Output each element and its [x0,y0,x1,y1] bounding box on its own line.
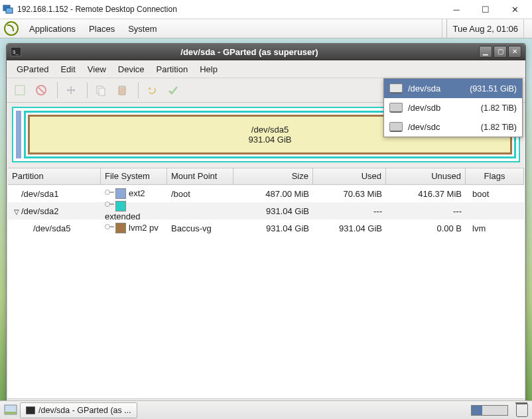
apply-button[interactable] [164,81,182,99]
mate-bottom-panel: /dev/sda - GParted (as ... [0,400,532,419]
partition-slice-sda1[interactable] [16,111,21,158]
gparted-menubar: GParted Edit View Device Partition Help [7,60,525,78]
harddisk-icon [389,103,403,113]
panel-separator [523,19,528,38]
col-size[interactable]: Size [233,168,313,184]
gparted-minimize-button[interactable]: ▁ [479,46,492,58]
partition-table-header: Partition File System Mount Point Size U… [8,168,524,185]
col-mountpoint[interactable]: Mount Point [167,168,233,184]
system-tray [471,404,528,417]
svg-text:$_: $_ [13,49,19,55]
gparted-title: /dev/sda - GParted (as superuser) [21,47,478,57]
table-row[interactable]: /dev/sda1ext2/boot487.00 MiB70.63 MiB416… [8,185,524,202]
gparted-maximize-button[interactable]: ▢ [494,46,507,58]
svg-line-6 [38,88,44,93]
key-icon [105,188,114,196]
taskbar-item-label: /dev/sda - GParted (as ... [38,406,131,415]
svg-rect-13 [26,406,35,414]
paste-button[interactable] [113,81,131,99]
undo-button[interactable] [143,81,161,99]
gparted-window: $_ /dev/sda - GParted (as superuser) ▁ ▢… [6,43,526,414]
remote-desktop: Applications Places System Tue Aug 2, 01… [0,19,532,419]
gparted-close-button[interactable]: ✕ [508,46,521,58]
delete-partition-button[interactable] [32,81,50,99]
system-menu[interactable]: System [121,24,163,34]
show-desktop-button[interactable] [4,404,17,416]
key-icon [105,200,114,208]
rdp-minimize-button[interactable]: ─ [442,0,471,19]
svg-rect-12 [5,412,17,414]
svg-rect-1 [6,8,13,13]
partition-table-empty-area [8,237,524,398]
copy-button[interactable] [92,81,110,99]
svg-rect-8 [99,88,105,95]
svg-rect-4 [15,86,25,95]
col-flags[interactable]: Flags [466,168,524,184]
key-icon [105,223,114,231]
mate-top-panel: Applications Places System Tue Aug 2, 01… [0,19,532,38]
mate-logo-icon [4,21,19,36]
terminal-icon: $_ [11,47,21,56]
harddisk-icon [389,122,403,132]
svg-rect-10 [120,86,124,88]
menu-help[interactable]: Help [194,62,224,76]
col-partition[interactable]: Partition [8,168,101,184]
col-filesystem[interactable]: File System [101,168,167,184]
resize-move-button[interactable] [62,81,80,99]
gparted-titlebar[interactable]: $_ /dev/sda - GParted (as superuser) ▁ ▢… [7,44,525,60]
applications-menu[interactable]: Applications [23,24,82,34]
panel-separator [442,19,446,38]
taskbar-item-gparted[interactable]: /dev/sda - GParted (as ... [20,402,137,418]
table-row[interactable]: ▽/dev/sda2extended931.04 GiB------ [8,202,524,219]
col-unused[interactable]: Unused [386,168,466,184]
device-option-sdc[interactable]: /dev/sdc (1.82 TiB) [384,117,522,137]
rdp-title: 192.168.1.152 - Remote Desktop Connectio… [17,5,442,14]
table-row[interactable]: /dev/sda5lvm2 pvBaccus-vg931.04 GiB931.0… [8,219,524,237]
new-partition-button[interactable] [11,81,29,99]
device-option-sda[interactable]: /dev/sda (931.51 GiB) [384,79,522,98]
menu-partition[interactable]: Partition [151,62,194,76]
harddisk-icon [389,84,403,93]
menu-device[interactable]: Device [112,62,151,76]
terminal-icon [26,406,35,414]
workspace-switcher[interactable] [471,405,508,416]
col-used[interactable]: Used [313,168,386,184]
graphic-partition-label: /dev/sda5 [251,125,289,135]
rdp-icon [3,4,13,15]
trash-icon[interactable] [516,404,528,417]
menu-edit[interactable]: Edit [54,62,81,76]
places-menu[interactable]: Places [82,24,121,34]
graphic-partition-size: 931.04 GiB [248,135,291,145]
panel-clock[interactable]: Tue Aug 2, 01:06 [446,19,523,38]
menu-view[interactable]: View [82,62,112,76]
device-option-sdb[interactable]: /dev/sdb (1.82 TiB) [384,98,522,117]
rdp-close-button[interactable]: ✕ [500,0,529,19]
menu-gparted[interactable]: GParted [11,62,54,76]
gparted-toolbar: /dev/sda (931.51 GiB) /dev/sdb (1.82 TiB… [7,78,525,103]
rdp-window-titlebar: 192.168.1.152 - Remote Desktop Connectio… [0,0,532,19]
rdp-maximize-button[interactable]: ☐ [471,0,500,19]
device-selector-dropdown[interactable]: /dev/sda (931.51 GiB) /dev/sdb (1.82 TiB… [383,78,523,137]
